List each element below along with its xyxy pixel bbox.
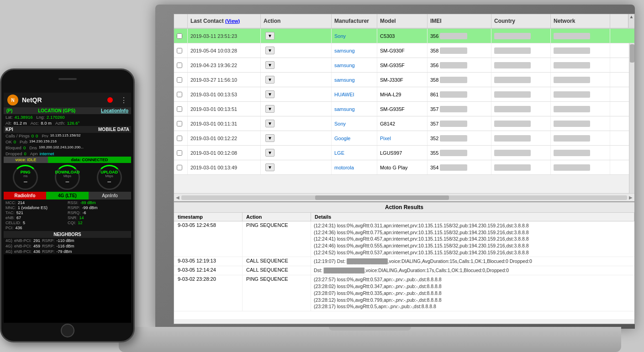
lastcontact-val: 2019-03-01 00:11:31 [190,121,237,126]
neighbor-type-1: 4G) [5,238,12,243]
kpi-header: KPI MOBILE DATA [4,126,131,133]
table-row[interactable]: 2019-04-23 19:36:22 ▼ samsung SM-G935F 3… [174,58,634,73]
row-checkbox[interactable] [177,48,182,53]
model-val: G8142 [380,121,395,126]
location-info-link[interactable]: LocationInfo [101,108,128,113]
hscroll-track[interactable] [181,195,627,200]
table-row[interactable]: 2019-03-01 00:11:31 ▼ Sony G8142 357 [174,116,634,131]
location-label-p: (P) [6,108,12,113]
action-dropdown-btn[interactable]: ▼ [265,90,274,98]
network-val [554,121,590,127]
action-dropdown-btn[interactable]: ▼ [265,47,274,54]
location-lat-row: Lat: 41.38916 Lng: 2.170260 [4,114,131,120]
snr-label: SNR: [68,215,78,220]
pci-row: PCI: 436 [5,226,67,230]
rsrp-row: RSRP: -99 dBm [68,205,129,210]
download-value: – [66,178,69,185]
table-row[interactable]: 2019-03-01 00:12:08 ▼ LGE LGUS997 355 [174,146,634,160]
ar-col-action-header: Action [243,213,311,221]
network-val [554,150,590,156]
action-dropdown-btn[interactable]: ▼ [265,61,274,69]
snr-row: SNR: 14 [68,215,129,220]
calls-label: Calls / Pings [5,133,30,138]
action-dropdown-btn[interactable]: ▼ [265,120,274,127]
col-country-header: Country [491,14,551,28]
row-checkbox[interactable] [177,33,182,39]
table-header: Last Contact (View) Action Manufacturer … [174,14,634,29]
lte-btn[interactable]: 4G (LTE) [46,192,89,200]
lastcontact-val: 2019-04-23 19:36:22 [190,63,237,68]
manufacturer-val: Sony [334,33,346,39]
table-row[interactable]: 2019-05-04 10:03:28 ▼ samsung SM-G930F 3… [174,43,634,58]
app-logo: N [7,95,18,105]
action-dropdown-btn[interactable]: ▼ [265,134,274,142]
scrollbar-thumb[interactable] [630,44,634,63]
row-checkbox[interactable] [177,77,182,83]
country-val [494,150,531,156]
action-dropdown-btn[interactable]: ▼ [265,163,274,171]
row-checkbox[interactable] [177,63,182,68]
model-val: SM-J330F [380,77,403,83]
manufacturer-val: LGE [334,150,344,156]
snr-val: 14 [79,215,84,220]
vertical-scrollbar[interactable] [629,43,634,193]
rssi-row: RSSI: -89 dBm [68,200,129,205]
radio-info-btn[interactable]: RadioInfo [4,192,46,200]
horizontal-scrollbar[interactable]: ◀ ▶ [174,193,634,201]
model-val: Pixel [380,136,391,141]
phone-home-button[interactable] [61,324,74,337]
table-row[interactable]: 2019-03-27 11:56:10 ▼ samsung SM-J330F 3… [174,73,634,87]
mcc-val: 214 [18,200,25,205]
ar-col-details-header: Details [311,213,634,221]
neighbors-header: NEIGHBORS [4,231,131,238]
table-row[interactable]: 2019-03-01 00:12:22 ▼ Google Pixel 352 [174,131,634,146]
tac-label: TAC: [5,210,15,215]
scrollbar-top: ▲ [628,14,634,28]
neighbor-rsrp-label-2: RSRP: [42,244,55,248]
row-checkbox[interactable] [177,136,182,141]
apn-label: Apn [30,151,38,156]
row-checkbox[interactable] [177,121,182,126]
ping-label: PING [21,170,31,174]
country-val [494,106,531,112]
action-results-columns: timestamp Action Details [174,213,634,221]
imei-val: 352 [430,136,438,141]
imei-redacted [440,77,467,83]
imei-header-label: IMEI [430,18,442,24]
cqi-row: CQI: 12 [68,221,129,225]
model-val: LGUS997 [380,150,402,156]
tac-val: 521 [16,210,23,215]
row-checkbox[interactable] [177,92,182,97]
table-row[interactable]: 2019-03-01 00:13:51 ▼ samsung SM-G935F 3… [174,102,634,116]
phone-speaker [58,78,77,80]
apn-info-btn[interactable]: ApnInfo [89,192,131,200]
view-link[interactable]: (View) [225,18,240,24]
imei-val: 355 [430,150,438,156]
alt-value: 81.2 m [14,121,27,126]
kpi-label: KPI [5,127,13,132]
hscroll-thumb[interactable] [315,195,449,200]
row-checkbox[interactable] [177,106,182,112]
lastcontact-val: 2019-03-01 00:13:53 [190,92,237,97]
row-checkbox[interactable] [177,165,182,170]
neighbor-rsrp-label-1: RSRP: [42,238,55,243]
action-dropdown-btn[interactable]: ▼ [265,32,274,40]
neighbor-enb-val-3: 436 [33,249,40,254]
country-val [494,62,531,68]
ping-gauge: PING ms – [8,165,42,190]
menu-icon[interactable]: ⋮ [120,96,127,105]
action-dropdown-btn[interactable]: ▼ [265,149,274,157]
action-dropdown-btn[interactable]: ▼ [265,105,274,113]
voice-status-text: voice: IDLE [15,158,36,162]
action-dropdown-btn[interactable]: ▼ [265,76,274,84]
action-result-row: 9-03-05 12:14:24 CALL SEQUENCE Dst: ████… [174,266,634,275]
network-val [554,135,590,142]
row-checkbox[interactable] [177,150,182,156]
imei-val: 357 [430,106,438,112]
dns-val: 100.200.102.243,100.200... [39,145,84,150]
col-check-header [174,14,188,28]
table-row[interactable]: 2019-03-01 00:13:49 ▼ motorola Moto G Pl… [174,160,634,175]
mcc-label: MCC: [5,200,16,205]
table-row[interactable]: 2019-03-11 23:51:23 ▼ Sony C5303 356 [174,29,634,43]
table-row[interactable]: 2019-03-01 00:13:53 ▼ HUAWEI MHA-L29 861 [174,87,634,102]
